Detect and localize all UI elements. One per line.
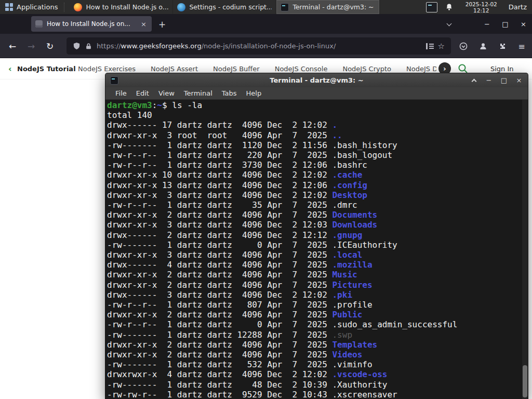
menu-edit[interactable]: Edit — [131, 89, 154, 97]
new-tab-button[interactable]: + — [156, 18, 168, 31]
menu-icon[interactable]: ≡ — [513, 38, 530, 55]
extensions-icon[interactable] — [494, 38, 510, 55]
terminal-close-button[interactable]: × — [515, 76, 523, 84]
site-nav-link-3[interactable]: NodeJS Console — [275, 65, 328, 73]
ls-row-meta: -rw-r--r-- 1 dartz dartz 807 Apr 7 2025 — [107, 300, 332, 310]
bell-icon — [445, 3, 453, 11]
clock-date: 2025-12-02 — [466, 1, 497, 7]
terminal-buffer[interactable]: dartz@vm3:~$ ls -latotal 140drwx------ 1… — [105, 100, 528, 399]
ls-row-name: .xscreensaver — [332, 390, 397, 399]
ls-row-meta: -rw------- 1 dartz dartz 48 Dec 2 10:39 — [107, 380, 332, 390]
ls-row: drwxr-xr-x 3 root root 4096 Apr 7 2025 .… — [107, 130, 528, 140]
ls-row-name: Pictures — [332, 280, 372, 290]
ls-row-meta: drwxr-xr-x 2 dartz dartz 4096 Apr 7 2025 — [107, 270, 332, 280]
window-minimize-button[interactable]: − — [478, 14, 496, 34]
menu-help[interactable]: Help — [242, 89, 267, 97]
menu-terminal[interactable]: Terminal — [179, 89, 217, 97]
ls-row: -rw-rw-r-- 1 dartz dartz 9529 Dec 2 10:4… — [107, 390, 528, 399]
ls-row-meta: drwxr-xr-x 3 dartz dartz 4096 Dec 2 12:0… — [107, 190, 332, 200]
reader-mode-icon[interactable] — [426, 43, 433, 49]
terminal-total-line: total 140 — [107, 110, 528, 120]
ls-row: -rw------- 1 dartz dartz 48 Dec 2 10:39 … — [107, 380, 528, 390]
ls-row-meta: -rw------- 1 dartz dartz 532 Apr 7 2025 — [107, 360, 332, 369]
top-panel: Applications How to Install Node.js o...… — [0, 0, 532, 14]
window-close-button[interactable]: × — [515, 14, 532, 34]
ls-row-meta: -rw-rw-r-- 1 dartz dartz 9529 Dec 2 10:4… — [107, 390, 332, 399]
ls-row: -rw------- 1 dartz dartz 532 Apr 7 2025 … — [107, 360, 528, 369]
tracking-shield-icon[interactable] — [73, 42, 81, 50]
ls-row-meta: -rw-r--r-- 1 dartz dartz 220 Apr 7 2025 — [107, 150, 332, 160]
ls-row-name: .mozilla — [332, 260, 372, 270]
ls-row-name: .config — [332, 180, 367, 190]
account-icon[interactable] — [475, 38, 491, 55]
lock-icon[interactable] — [85, 43, 92, 50]
applications-menu-button[interactable]: Applications — [0, 0, 63, 14]
chevron-down-icon — [446, 21, 451, 26]
url-bar[interactable]: https://www.geeksforgeeks.org/node-js/in… — [66, 37, 451, 55]
menu-tabs[interactable]: Tabs — [217, 89, 242, 97]
prompt-dir: ~ — [157, 100, 162, 110]
ls-row: -rw-r--r-- 1 dartz dartz 0 Apr 7 2025 .s… — [107, 320, 528, 329]
prompt-sign: $ — [162, 100, 172, 110]
ls-row-name: .gnupg — [332, 230, 362, 240]
tray-terminal-icon[interactable] — [426, 2, 437, 12]
ls-row-name: .cache — [332, 170, 362, 180]
terminal-title-bar[interactable]: Terminal - dartz@vm3: ~ − □ × — [105, 73, 528, 87]
ls-row: drwxr-xr-x 13 dartz dartz 4096 Dec 2 12:… — [107, 180, 528, 190]
menu-view[interactable]: View — [154, 89, 179, 97]
site-nav-tutorial-link[interactable]: NodeJS Tutorial — [17, 65, 76, 73]
ls-row-name: .sudo_as_admin_successful — [332, 320, 457, 329]
back-button[interactable]: ← — [4, 38, 21, 55]
scrollbar-thumb[interactable] — [523, 365, 527, 397]
task-button-vscodium[interactable]: Settings - codium script... — [173, 0, 276, 14]
site-nav-link-5[interactable]: NodeJS DNS — [406, 65, 436, 73]
tab-close-icon[interactable]: × — [140, 20, 148, 28]
ls-row: -rw-r--r-- 1 dartz dartz 807 Apr 7 2025 … — [107, 300, 528, 310]
prompt-separator: : — [152, 100, 157, 110]
terminal-maximize-button[interactable]: □ — [500, 76, 508, 84]
applications-grid-icon — [5, 3, 13, 11]
ls-row: drwxr-xr-x 2 dartz dartz 4096 Apr 7 2025… — [107, 280, 528, 290]
bookmark-star-icon[interactable]: ☆ — [438, 42, 445, 51]
ls-row: drwxr-xr-x 2 dartz dartz 4096 Apr 7 2025… — [107, 350, 528, 360]
window-maximize-button[interactable]: □ — [497, 14, 514, 34]
chevron-up-icon — [471, 78, 476, 84]
terminal-minimize-button[interactable]: − — [485, 76, 493, 84]
terminal-scrollbar[interactable] — [522, 100, 528, 399]
site-nav-link-1[interactable]: NodeJS Assert — [151, 65, 198, 73]
task-button-terminal[interactable]: Terminal - dartz@vm3: ~ — [276, 0, 380, 14]
sign-in-button[interactable]: Sign In — [490, 65, 514, 73]
ls-row: drwxr-xr-x 2 dartz dartz 4096 Apr 7 2025… — [107, 210, 528, 220]
panel-user-label[interactable]: Dartz — [507, 3, 532, 11]
notification-bell-icon[interactable] — [443, 3, 456, 11]
forward-button[interactable]: → — [23, 38, 39, 55]
ls-row-name: .local — [332, 250, 362, 260]
browser-tab[interactable]: How to Install Node.js on... × — [31, 16, 152, 32]
ls-row-name: Desktop — [332, 190, 367, 200]
task-button-firefox[interactable]: How to Install Node.js o... — [70, 0, 173, 14]
shade-button[interactable] — [470, 78, 477, 83]
ls-row-name: .bashrc — [332, 160, 367, 170]
ls-row: drwxr-xr-x 3 dartz dartz 4096 Apr 7 2025… — [107, 250, 528, 260]
ls-row-name: Templates — [332, 340, 377, 350]
ls-row-meta: drwxr-xr-x 3 root root 4096 Apr 7 2025 — [107, 130, 332, 140]
ls-row: -rw-r--r-- 1 dartz dartz 35 Apr 7 2025 .… — [107, 200, 528, 210]
nav-scroll-left-icon[interactable]: ‹ — [8, 64, 12, 74]
site-nav-link-0[interactable]: NodeJS Exercises — [78, 65, 136, 73]
list-all-tabs-button[interactable] — [443, 19, 455, 30]
vscodium-icon — [177, 3, 185, 11]
ls-row: -rw------- 1 dartz dartz 1120 Dec 2 11:5… — [107, 140, 528, 150]
ls-row: drwx------ 2 dartz dartz 4096 Dec 2 12:1… — [107, 230, 528, 240]
ls-row-name: .viminfo — [332, 360, 372, 369]
ls-row-name: .bash_history — [332, 140, 397, 150]
site-nav-link-2[interactable]: NodeJS Buffer — [213, 65, 260, 73]
ls-row-meta: drwx------ 17 dartz dartz 4096 Dec 2 12:… — [107, 120, 332, 130]
terminal-window-controls: − □ × — [470, 73, 523, 87]
taskbar: How to Install Node.js o...Settings - co… — [70, 0, 380, 14]
site-nav-link-4[interactable]: NodeJS Crypto — [342, 65, 391, 73]
pocket-icon[interactable] — [455, 38, 472, 55]
ls-row-meta: -rw------- 1 dartz dartz 12288 Apr 7 202… — [107, 330, 332, 340]
reload-button[interactable]: ↻ — [42, 38, 58, 55]
panel-clock[interactable]: 2025-12-02 12:12 — [461, 1, 501, 14]
menu-file[interactable]: File — [111, 89, 131, 97]
